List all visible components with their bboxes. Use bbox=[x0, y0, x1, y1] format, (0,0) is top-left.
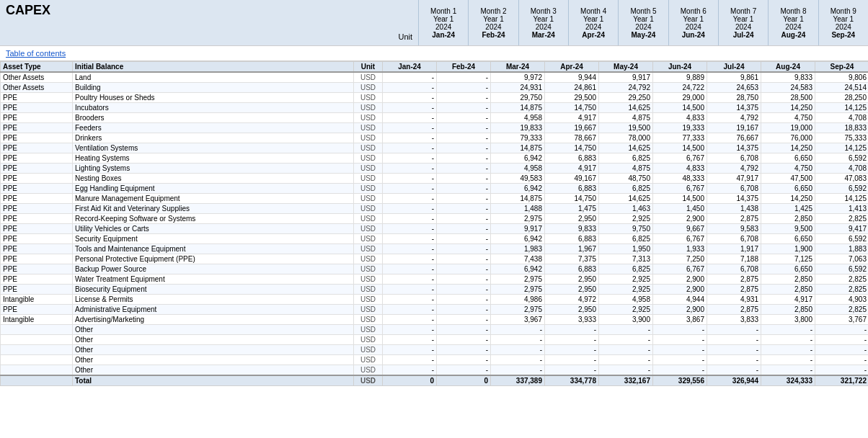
val-cell-4: 14,625 bbox=[599, 194, 653, 204]
val-cell-8: 2,825 bbox=[815, 274, 869, 285]
val-cell-5: 14,500 bbox=[653, 103, 707, 113]
asset-type-cell bbox=[1, 345, 73, 355]
val-cell-2: 14,875 bbox=[491, 143, 545, 153]
val-cell-7: - bbox=[761, 365, 815, 376]
table-row: Other Assets Land USD --9,9729,9449,9179… bbox=[1, 72, 869, 83]
val-cell-5: 2,900 bbox=[653, 305, 707, 315]
asset-name-cell: Other bbox=[73, 365, 354, 376]
asset-name-cell: Poultry Houses or Sheds bbox=[73, 93, 354, 103]
table-row: PPE Personal Protective Equipment (PPE) … bbox=[1, 254, 869, 264]
month-header-1: Month 1Year 12024Jan-24 bbox=[418, 0, 468, 45]
val-cell-7: - bbox=[761, 335, 815, 345]
total-mar: 337,389 bbox=[491, 375, 545, 386]
val-cell-6: 6,708 bbox=[707, 184, 761, 194]
val-cell-0: - bbox=[383, 355, 437, 365]
val-cell-2: 19,833 bbox=[491, 123, 545, 133]
val-cell-8: 1,413 bbox=[815, 204, 869, 214]
val-cell-2: 6,942 bbox=[491, 264, 545, 274]
val-cell-3: 19,667 bbox=[545, 123, 599, 133]
val-cell-8: 47,083 bbox=[815, 174, 869, 184]
table-row: Other USD --------- bbox=[1, 335, 869, 345]
val-cell-1: - bbox=[437, 335, 491, 345]
total-label bbox=[1, 375, 73, 386]
val-cell-1: - bbox=[437, 224, 491, 234]
val-cell-5: 6,767 bbox=[653, 234, 707, 244]
unit-cell: USD bbox=[354, 103, 383, 113]
val-cell-8: 6,592 bbox=[815, 153, 869, 164]
val-cell-4: 3,900 bbox=[599, 315, 653, 325]
col-header-asset-type: Asset Type bbox=[1, 62, 73, 73]
asset-type-cell: PPE bbox=[1, 264, 73, 274]
asset-type-cell: PPE bbox=[1, 123, 73, 133]
val-cell-6: 9,583 bbox=[707, 224, 761, 234]
val-cell-3: 2,950 bbox=[545, 214, 599, 224]
val-cell-6: 2,875 bbox=[707, 274, 761, 285]
val-cell-5: 29,000 bbox=[653, 93, 707, 103]
val-cell-4: 48,750 bbox=[599, 174, 653, 184]
val-cell-6: 2,875 bbox=[707, 214, 761, 224]
val-cell-1: - bbox=[437, 214, 491, 224]
val-cell-0: - bbox=[383, 72, 437, 83]
val-cell-0: - bbox=[383, 295, 437, 305]
month-headers: Month 1Year 12024Jan-24Month 2Year 12024… bbox=[418, 0, 868, 45]
header-section: CAPEX Unit Month 1Year 12024Jan-24Month … bbox=[0, 0, 868, 46]
val-cell-0: - bbox=[383, 174, 437, 184]
val-cell-6: 19,167 bbox=[707, 123, 761, 133]
val-cell-0: - bbox=[383, 113, 437, 123]
val-cell-2: 6,942 bbox=[491, 153, 545, 164]
asset-type-cell: Other Assets bbox=[1, 72, 73, 83]
val-cell-6: 7,188 bbox=[707, 254, 761, 264]
val-cell-5: - bbox=[653, 365, 707, 376]
val-cell-0: - bbox=[383, 345, 437, 355]
table-row: PPE Record-Keeping Software or Systems U… bbox=[1, 214, 869, 224]
val-cell-6: 2,875 bbox=[707, 285, 761, 295]
asset-name-cell: Building bbox=[73, 83, 354, 93]
asset-type-cell bbox=[1, 355, 73, 365]
toc-row: Table of contents bbox=[0, 46, 868, 61]
val-cell-7: - bbox=[761, 345, 815, 355]
val-cell-5: 4,833 bbox=[653, 113, 707, 123]
month-header-9: Month 9Year 12024Sep-24 bbox=[818, 0, 868, 45]
val-cell-2: - bbox=[491, 325, 545, 335]
val-cell-1: - bbox=[437, 72, 491, 83]
asset-name-cell: Drinkers bbox=[73, 133, 354, 143]
val-cell-3: 6,883 bbox=[545, 153, 599, 164]
val-cell-7: 4,917 bbox=[761, 295, 815, 305]
val-cell-7: 7,125 bbox=[761, 254, 815, 264]
table-row: Intangible Advertising/Marketing USD --3… bbox=[1, 315, 869, 325]
val-cell-8: - bbox=[815, 335, 869, 345]
val-cell-0: - bbox=[383, 83, 437, 93]
val-cell-7: 6,650 bbox=[761, 153, 815, 164]
val-cell-7: 3,800 bbox=[761, 315, 815, 325]
val-cell-8: 9,417 bbox=[815, 224, 869, 234]
val-cell-1: - bbox=[437, 113, 491, 123]
asset-name-cell: Utility Vehicles or Carts bbox=[73, 224, 354, 234]
val-cell-6: 4,792 bbox=[707, 113, 761, 123]
val-cell-8: - bbox=[815, 325, 869, 335]
val-cell-1: - bbox=[437, 305, 491, 315]
val-cell-4: 1,950 bbox=[599, 244, 653, 254]
asset-type-cell: PPE bbox=[1, 174, 73, 184]
col-header-apr: Apr-24 bbox=[545, 62, 599, 73]
total-unit: USD bbox=[354, 375, 383, 386]
asset-type-cell: Intangible bbox=[1, 295, 73, 305]
val-cell-3: - bbox=[545, 365, 599, 376]
table-row: PPE Brooders USD --4,9584,9174,8754,8334… bbox=[1, 113, 869, 123]
total-jun: 329,556 bbox=[653, 375, 707, 386]
val-cell-4: - bbox=[599, 335, 653, 345]
asset-type-cell: PPE bbox=[1, 133, 73, 143]
val-cell-4: 2,925 bbox=[599, 214, 653, 224]
asset-type-cell: PPE bbox=[1, 93, 73, 103]
asset-name-cell: Ventilation Systems bbox=[73, 143, 354, 153]
unit-cell: USD bbox=[354, 295, 383, 305]
asset-type-cell bbox=[1, 335, 73, 345]
unit-cell: USD bbox=[354, 153, 383, 164]
val-cell-0: - bbox=[383, 305, 437, 315]
table-row: PPE Drinkers USD --79,33378,66778,00077,… bbox=[1, 133, 869, 143]
val-cell-2: 14,875 bbox=[491, 194, 545, 204]
val-cell-7: 76,000 bbox=[761, 133, 815, 143]
val-cell-1: - bbox=[437, 285, 491, 295]
asset-type-cell: Intangible bbox=[1, 315, 73, 325]
asset-type-cell: PPE bbox=[1, 103, 73, 113]
toc-link[interactable]: Table of contents bbox=[6, 49, 66, 58]
